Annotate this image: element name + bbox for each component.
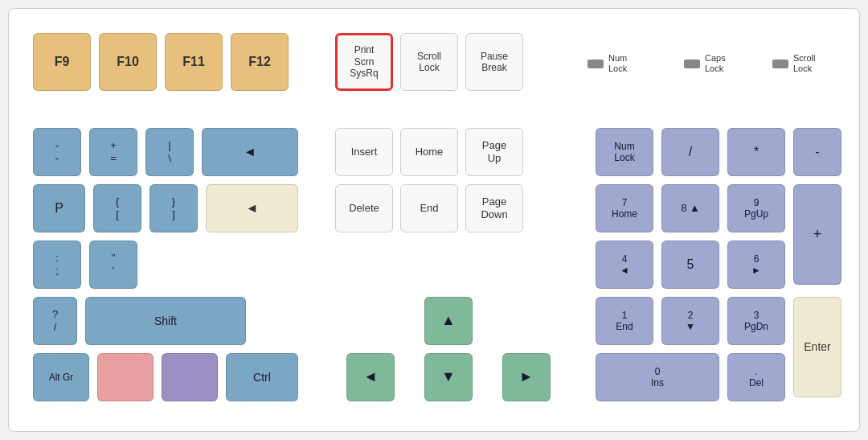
key-num-minus[interactable]: - [793, 128, 841, 176]
key-quote[interactable]: "' [89, 241, 137, 289]
key-num-plus[interactable]: + [793, 184, 841, 285]
scroll-lock-label: ScrollLock [793, 53, 816, 74]
key-num-2[interactable]: 2▼ [661, 297, 719, 345]
key-delete[interactable]: Delete [335, 184, 393, 232]
key-num-star[interactable]: * [727, 128, 785, 176]
key-end[interactable]: End [400, 184, 458, 232]
key-f9[interactable]: F9 [33, 33, 91, 91]
key-num-5[interactable]: 5 [661, 241, 719, 289]
num-lock-light [588, 60, 604, 68]
key-f10[interactable]: F10 [99, 33, 157, 91]
indicator-caps-lock: CapsLock [684, 53, 726, 74]
indicator-scroll-lock: ScrollLock [772, 53, 816, 74]
key-arrow-down[interactable]: ▼ [424, 353, 473, 401]
key-num-7[interactable]: 7Home [596, 184, 653, 232]
key-brace-open[interactable]: {[ [93, 184, 141, 232]
key-p[interactable]: P [33, 184, 85, 232]
key-num-8[interactable]: 8 ▲ [661, 184, 719, 232]
key-num-1[interactable]: 1End [596, 297, 653, 345]
key-insert[interactable]: Insert [335, 128, 393, 176]
key-num-lock[interactable]: NumLock [596, 128, 653, 176]
scroll-lock-light [772, 60, 788, 68]
key-ctrl-right[interactable]: Ctrl [226, 353, 298, 401]
key-arrow-right[interactable]: ► [502, 353, 551, 401]
key-num-4[interactable]: 4◄ [596, 241, 653, 289]
caps-lock-label: CapsLock [705, 53, 726, 74]
key-arrow-up[interactable]: ▲ [424, 297, 473, 345]
key-slash[interactable]: ?/ [33, 297, 77, 345]
key-enter[interactable]: ◄ [206, 184, 298, 232]
num-lock-label: NumLock [608, 53, 627, 74]
keyboard-container: F9 F10 F11 F12 PrintScrnSysRq ScrollLock… [8, 8, 860, 432]
key-minus[interactable]: -- [33, 128, 81, 176]
key-menu[interactable] [97, 353, 154, 401]
key-print-scrn[interactable]: PrintScrnSysRq [335, 33, 393, 91]
key-brace-close[interactable]: }] [149, 184, 198, 232]
key-backspace[interactable]: ◄ [202, 128, 298, 176]
key-num-9[interactable]: 9PgUp [727, 184, 785, 232]
key-num-6[interactable]: 6► [727, 241, 785, 289]
key-num-3[interactable]: 3PgDn [727, 297, 785, 345]
key-num-0[interactable]: 0Ins [596, 353, 719, 401]
key-pipe[interactable]: |\ [145, 128, 194, 176]
key-alt-gr[interactable]: Alt Gr [33, 353, 89, 401]
key-home[interactable]: Home [400, 128, 458, 176]
key-arrow-left[interactable]: ◄ [346, 353, 395, 401]
key-num-slash[interactable]: / [661, 128, 719, 176]
indicator-num-lock: NumLock [588, 53, 627, 74]
key-super[interactable] [162, 353, 218, 401]
key-plus[interactable]: += [89, 128, 137, 176]
key-page-down[interactable]: PageDown [465, 184, 523, 232]
key-scroll-lock[interactable]: ScrollLock [400, 33, 458, 91]
key-num-dot[interactable]: .Del [727, 353, 785, 401]
key-page-up[interactable]: PageUp [465, 128, 523, 176]
caps-lock-light [684, 60, 700, 68]
key-f12[interactable]: F12 [231, 33, 289, 91]
key-shift[interactable]: Shift [85, 297, 246, 345]
key-colon[interactable]: :; [33, 241, 81, 289]
key-num-enter[interactable]: Enter [793, 297, 841, 397]
key-pause-break[interactable]: PauseBreak [465, 33, 523, 91]
key-f11[interactable]: F11 [165, 33, 223, 91]
